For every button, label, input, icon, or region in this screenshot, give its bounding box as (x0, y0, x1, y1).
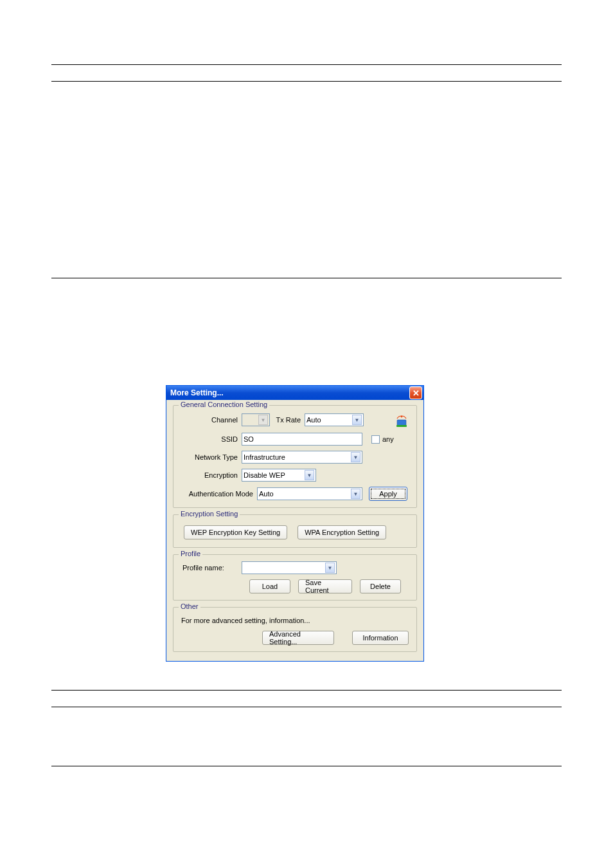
group-legend: General Connection Setting (179, 401, 269, 408)
more-setting-dialog: More Setting... ✕ General Connection Set… (166, 385, 424, 662)
close-icon: ✕ (413, 389, 420, 397)
divider (51, 690, 562, 691)
close-button[interactable]: ✕ (409, 386, 422, 399)
divider (51, 81, 562, 82)
general-connection-group: General Connection Setting Channel ▼ Tx … (173, 405, 417, 508)
network-type-value: Infrastructure (244, 453, 350, 461)
auth-mode-select[interactable]: Auto ▼ (257, 487, 362, 500)
apply-button[interactable]: Apply (369, 487, 407, 501)
window-title: More Setting... (170, 388, 224, 397)
profile-name-select[interactable]: ▼ (242, 561, 337, 574)
chevron-down-icon: ▼ (325, 563, 335, 573)
any-checkbox[interactable] (371, 435, 380, 444)
encryption-setting-group: Encryption Setting WEP Encryption Key Se… (173, 514, 417, 548)
channel-select: ▼ (242, 413, 270, 426)
channel-label: Channel (180, 416, 242, 424)
chevron-down-icon: ▼ (351, 489, 360, 499)
divider (51, 64, 562, 65)
group-legend: Other (179, 602, 200, 610)
profile-group: Profile Profile name: ▼ Load Save Curren… (173, 554, 417, 601)
txrate-value: Auto (306, 416, 351, 424)
auth-mode-label: Authentication Mode (180, 490, 257, 498)
chevron-down-icon: ▼ (305, 470, 314, 480)
svg-point-2 (401, 416, 403, 418)
dialog-body: General Connection Setting Channel ▼ Tx … (166, 400, 423, 661)
chevron-down-icon: ▼ (258, 415, 268, 425)
save-current-button[interactable]: Save Current (298, 579, 352, 593)
wifi-icon (393, 412, 410, 428)
chevron-down-icon: ▼ (352, 415, 362, 425)
auth-mode-value: Auto (259, 490, 350, 498)
svg-rect-1 (396, 425, 407, 427)
svg-rect-0 (397, 420, 406, 426)
delete-label: Delete (370, 583, 391, 590)
wpa-setting-button[interactable]: WPA Encryption Setting (298, 525, 386, 539)
wpa-label: WPA Encryption Setting (305, 529, 379, 536)
encryption-label: Encryption (180, 471, 242, 479)
txrate-label: Tx Rate (270, 416, 305, 424)
wep-key-setting-button[interactable]: WEP Encryption Key Setting (184, 525, 287, 539)
group-legend: Profile (179, 550, 202, 557)
network-type-select[interactable]: Infrastructure ▼ (242, 451, 362, 464)
chevron-down-icon: ▼ (351, 452, 360, 462)
information-button[interactable]: Information (352, 631, 409, 645)
divider (51, 278, 562, 278)
ssid-input[interactable]: SO (242, 433, 362, 446)
network-type-label: Network Type (180, 453, 242, 461)
advanced-label: Advanced Setting... (269, 630, 327, 646)
ssid-value: SO (244, 435, 254, 443)
other-desc: For more advanced setting, information..… (181, 617, 410, 624)
divider (51, 707, 562, 707)
advanced-setting-button[interactable]: Advanced Setting... (262, 631, 334, 645)
save-label: Save Current (305, 579, 345, 594)
txrate-select[interactable]: Auto ▼ (305, 413, 364, 426)
titlebar[interactable]: More Setting... ✕ (166, 386, 423, 400)
profile-name-label: Profile name: (180, 564, 242, 572)
divider (51, 766, 562, 766)
wep-label: WEP Encryption Key Setting (191, 529, 280, 536)
encryption-select[interactable]: Disable WEP ▼ (242, 469, 316, 482)
ssid-label: SSID (180, 435, 242, 443)
other-group: Other For more advanced setting, informa… (173, 607, 417, 652)
group-legend: Encryption Setting (179, 510, 240, 518)
info-label: Information (362, 634, 398, 642)
any-label: any (382, 435, 394, 443)
load-button[interactable]: Load (249, 579, 290, 593)
apply-label: Apply (379, 490, 397, 498)
encryption-value: Disable WEP (244, 471, 303, 479)
load-label: Load (262, 583, 278, 590)
delete-button[interactable]: Delete (360, 579, 401, 593)
